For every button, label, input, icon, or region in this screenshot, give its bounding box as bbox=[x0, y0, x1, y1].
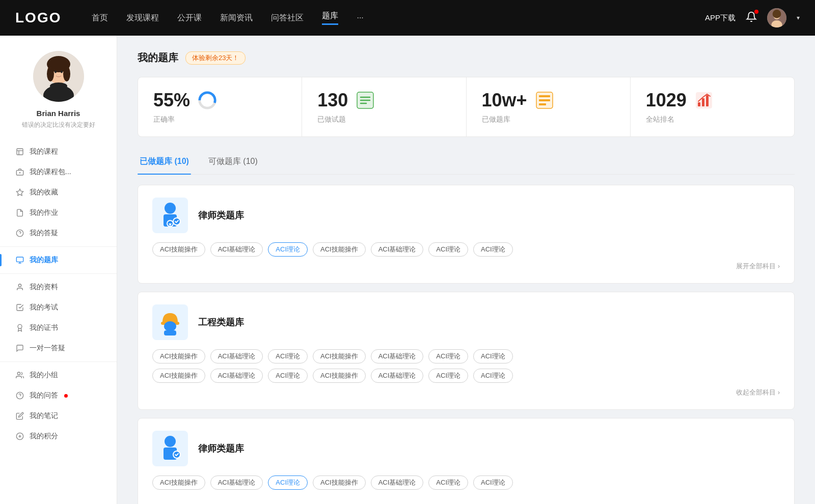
tag-0-2[interactable]: ACI理论 bbox=[268, 242, 308, 257]
svg-point-26 bbox=[18, 284, 21, 287]
accuracy-chart-icon bbox=[197, 90, 218, 110]
tag-0-6[interactable]: ACI理论 bbox=[473, 242, 513, 257]
qa-notification-dot bbox=[64, 394, 68, 398]
expand-link-0[interactable]: 展开全部科目 › bbox=[152, 262, 780, 271]
tabs-row: 已做题库 (10) 可做题库 (10) bbox=[138, 151, 795, 175]
tag-0-3[interactable]: ACI技能操作 bbox=[313, 242, 366, 257]
qbank-card-0: 律师类题库 ACI技能操作 ACI基础理论 ACI理论 ACI技能操作 ACI基… bbox=[138, 185, 795, 284]
tag-0-0[interactable]: ACI技能操作 bbox=[152, 242, 205, 257]
tab-todo[interactable]: 可做题库 (10) bbox=[206, 151, 260, 174]
svg-point-12 bbox=[55, 71, 57, 73]
qbank-tags-1b: ACI技能操作 ACI基础理论 ACI理论 ACI技能操作 ACI基础理论 AC… bbox=[152, 369, 780, 383]
sidebar-divider-1 bbox=[0, 246, 117, 247]
tag-1b-0[interactable]: ACI技能操作 bbox=[152, 369, 205, 383]
tag-1b-4[interactable]: ACI基础理论 bbox=[371, 369, 424, 383]
stat-accuracy-value: 55% bbox=[153, 90, 190, 111]
one-on-one-icon bbox=[15, 344, 24, 353]
tag-1-4[interactable]: ACI基础理论 bbox=[371, 349, 424, 363]
tag-0-1[interactable]: ACI基础理论 bbox=[210, 242, 263, 257]
qbank-icon-lawyer-2 bbox=[152, 431, 188, 466]
nav-qbank[interactable]: 题库 bbox=[322, 11, 338, 25]
tag-2-1[interactable]: ACI基础理论 bbox=[210, 475, 263, 490]
stat-banks: 10w+ 已做题库 bbox=[467, 77, 631, 136]
tag-1b-6[interactable]: ACI理论 bbox=[473, 369, 513, 383]
tag-1-6[interactable]: ACI理论 bbox=[473, 349, 513, 363]
tag-0-4[interactable]: ACI基础理论 bbox=[371, 242, 424, 257]
nav-menu: 首页 发现课程 公开课 新闻资讯 问答社区 题库 ··· bbox=[92, 11, 705, 25]
user-chevron-icon[interactable]: ▾ bbox=[797, 14, 800, 21]
tag-1-0[interactable]: ACI技能操作 bbox=[152, 349, 205, 363]
points-icon bbox=[15, 432, 24, 441]
nav-open-course[interactable]: 公开课 bbox=[177, 13, 202, 23]
notification-bell[interactable] bbox=[746, 11, 757, 24]
sidebar-item-qa-mine[interactable]: 我的答疑 bbox=[0, 223, 117, 243]
user-avatar-nav[interactable] bbox=[767, 8, 786, 27]
nav-news[interactable]: 新闻资讯 bbox=[220, 13, 253, 23]
page-title: 我的题库 bbox=[138, 51, 178, 65]
sidebar-item-course[interactable]: 我的课程 bbox=[0, 142, 117, 162]
svg-point-28 bbox=[17, 372, 20, 375]
qbank-card-2: 律师类题库 ACI技能操作 ACI基础理论 ACI理论 ACI技能操作 ACI基… bbox=[138, 418, 795, 504]
qbank-card-1: 工程类题库 ACI技能操作 ACI基础理论 ACI理论 ACI技能操作 ACI基… bbox=[138, 292, 795, 410]
stat-questions-value: 130 bbox=[317, 90, 348, 111]
sidebar-item-favorites[interactable]: 我的收藏 bbox=[0, 182, 117, 203]
tag-0-5[interactable]: ACI理论 bbox=[428, 242, 468, 257]
tag-2-2[interactable]: ACI理论 bbox=[268, 475, 308, 490]
nav-discover[interactable]: 发现课程 bbox=[126, 13, 159, 23]
sidebar-item-notes[interactable]: 我的笔记 bbox=[0, 406, 117, 426]
nav-home[interactable]: 首页 bbox=[92, 13, 108, 23]
sidebar-item-package[interactable]: 我的课程包... bbox=[0, 162, 117, 182]
sidebar-item-points[interactable]: 我的积分 bbox=[0, 426, 117, 446]
stat-questions: 130 已做试题 bbox=[302, 77, 466, 136]
svg-point-9 bbox=[63, 66, 70, 81]
course-icon bbox=[15, 147, 24, 156]
nav-more[interactable]: ··· bbox=[357, 13, 363, 22]
svg-point-11 bbox=[50, 82, 67, 90]
app-download-button[interactable]: APP下载 bbox=[705, 13, 736, 23]
tag-1b-3[interactable]: ACI技能操作 bbox=[313, 369, 366, 383]
qbank-icon-engineer bbox=[152, 304, 188, 340]
tag-2-0[interactable]: ACI技能操作 bbox=[152, 475, 205, 490]
tag-1-5[interactable]: ACI理论 bbox=[428, 349, 468, 363]
sidebar-item-homework[interactable]: 我的作业 bbox=[0, 203, 117, 223]
sidebar-item-qbank[interactable]: 我的题库 bbox=[0, 250, 117, 270]
qbank-title-2: 律师类题库 bbox=[198, 442, 244, 455]
logo[interactable]: LOGO bbox=[15, 10, 61, 26]
sidebar-item-profile[interactable]: 我的资料 bbox=[0, 277, 117, 297]
tag-1-1[interactable]: ACI基础理论 bbox=[210, 349, 263, 363]
tag-2-4[interactable]: ACI基础理论 bbox=[371, 475, 424, 490]
qbank-header-0: 律师类题库 bbox=[152, 198, 780, 233]
sidebar-item-group[interactable]: 我的小组 bbox=[0, 365, 117, 385]
qbank-icon-lawyer-0 bbox=[152, 198, 188, 233]
svg-rect-14 bbox=[17, 149, 23, 155]
stat-rank: 1029 全站排名 bbox=[631, 77, 794, 136]
sidebar-item-certificate[interactable]: 我的证书 bbox=[0, 318, 117, 338]
qbank-tags-0: ACI技能操作 ACI基础理论 ACI理论 ACI技能操作 ACI基础理论 AC… bbox=[152, 242, 780, 257]
user-name: Brian Harris bbox=[37, 109, 80, 118]
qbank-tags-2: ACI技能操作 ACI基础理论 ACI理论 ACI技能操作 ACI基础理论 AC… bbox=[152, 475, 780, 490]
tag-1-2[interactable]: ACI理论 bbox=[268, 349, 308, 363]
sidebar-item-my-qa[interactable]: 我的问答 bbox=[0, 385, 117, 406]
tab-done[interactable]: 已做题库 (10) bbox=[138, 151, 191, 174]
stat-rank-label: 全站排名 bbox=[646, 115, 779, 124]
sidebar-item-one-on-one[interactable]: 一对一答疑 bbox=[0, 338, 117, 358]
main-content: 我的题库 体验剩余23天！ 55% 正确率 bbox=[117, 36, 815, 504]
tag-1b-2[interactable]: ACI理论 bbox=[268, 369, 308, 383]
tag-2-3[interactable]: ACI技能操作 bbox=[313, 475, 366, 490]
tag-2-6[interactable]: ACI理论 bbox=[473, 475, 513, 490]
sidebar-item-exam[interactable]: 我的考试 bbox=[0, 297, 117, 318]
svg-point-55 bbox=[164, 321, 176, 331]
tag-2-5[interactable]: ACI理论 bbox=[428, 475, 468, 490]
nav-qa[interactable]: 问答社区 bbox=[271, 13, 304, 23]
star-icon bbox=[15, 188, 24, 197]
stat-banks-value: 10w+ bbox=[482, 90, 527, 111]
svg-rect-48 bbox=[702, 98, 704, 106]
expand-link-1[interactable]: 收起全部科目 › bbox=[152, 388, 780, 397]
qbank-title-1: 工程类题库 bbox=[198, 316, 244, 328]
notification-dot bbox=[754, 10, 758, 14]
tag-1b-5[interactable]: ACI理论 bbox=[428, 369, 468, 383]
tag-1-3[interactable]: ACI技能操作 bbox=[313, 349, 366, 363]
svg-marker-20 bbox=[16, 189, 23, 195]
tag-1b-1[interactable]: ACI基础理论 bbox=[210, 369, 263, 383]
package-icon bbox=[15, 167, 24, 177]
